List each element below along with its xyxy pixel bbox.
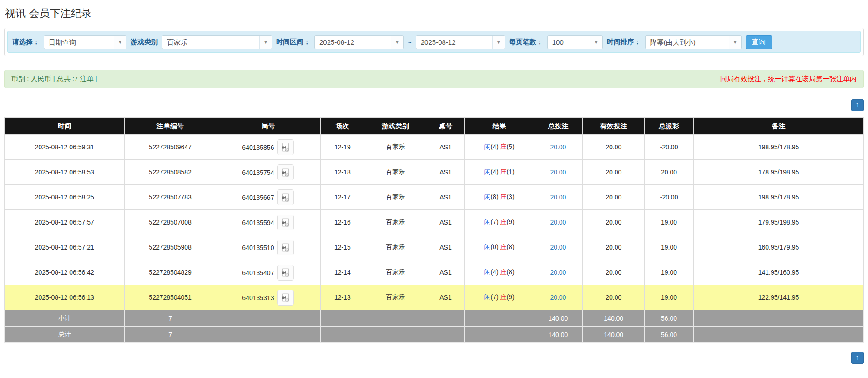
total-bet-link[interactable]: 20.00 (550, 294, 566, 301)
cell-payout: 20.00 (645, 160, 694, 185)
total-bet-link[interactable]: 20.00 (550, 219, 566, 226)
game-type-dropdown[interactable]: 百家乐 ▼ (162, 35, 272, 49)
video-replay-button[interactable] (277, 240, 294, 255)
video-replay-button[interactable] (277, 139, 294, 155)
range-separator: ~ (408, 38, 412, 46)
cell-table-no: AS1 (426, 285, 465, 310)
banker-result: 庄 (500, 293, 506, 301)
round-number: 640135667 (242, 194, 274, 201)
page-1-button[interactable]: 1 (851, 99, 864, 111)
player-result: 闲 (484, 218, 490, 225)
column-header: 注单编号 (125, 118, 216, 135)
cell-footer-payout: 56.00 (645, 327, 694, 343)
cell-session: 12-13 (321, 285, 364, 310)
column-header: 游戏类别 (364, 118, 426, 135)
query-type-dropdown[interactable]: 日期查询 ▼ (44, 35, 126, 49)
player-result: 闲 (484, 268, 490, 276)
subtotal-row: 小计7140.00140.0056.00 (5, 310, 864, 327)
cell-footer-label: 总计 (5, 327, 125, 343)
player-result: 闲 (484, 243, 490, 250)
query-type-value: 日期查询 (44, 36, 114, 49)
table-row: 2025-08-12 06:58:25522728507783640135667… (5, 185, 864, 210)
video-replay-button[interactable] (277, 164, 294, 180)
cell-payout: 19.00 (645, 260, 694, 285)
cell-remark: 141.95/160.95 (693, 260, 863, 285)
game-type-label: 游戏类别 (131, 38, 158, 46)
filter-bar: 请选择： 日期查询 ▼ 游戏类别 百家乐 ▼ 时间区间： 2025-08-12 … (7, 31, 861, 53)
column-header: 备注 (693, 118, 863, 135)
video-replay-button[interactable] (277, 290, 294, 306)
cell-total-bet: 20.00 (534, 210, 583, 235)
cell-footer-valid-bet: 140.00 (583, 327, 645, 343)
column-header: 场次 (321, 118, 364, 135)
player-count: (7) (490, 218, 500, 225)
betting-records-table: 时间注单编号局号场次游戏类别桌号结果总投注有效投注总派彩备注 2025-08-1… (4, 117, 864, 343)
column-header: 结果 (465, 118, 534, 135)
cell-session: 12-16 (321, 210, 364, 235)
column-header: 总派彩 (645, 118, 694, 135)
cell-payout: 19.00 (645, 210, 694, 235)
banker-count: (8) (506, 243, 514, 250)
round-number: 640135594 (242, 219, 274, 226)
cell-footer-count: 7 (125, 327, 216, 343)
cell-round-id: 640135856 (216, 135, 320, 160)
cell-result: 闲(4) 庄(5) (465, 135, 534, 160)
cell-game-type: 百家乐 (364, 210, 426, 235)
chevron-down-icon: ▼ (259, 36, 272, 49)
cell-payout: 19.00 (645, 235, 694, 260)
cell-total-bet: 20.00 (534, 135, 583, 160)
cell-result: 闲(7) 庄(9) (465, 285, 534, 310)
cell-time: 2025-08-12 06:58:53 (5, 160, 125, 185)
total-bet-link[interactable]: 20.00 (550, 169, 566, 176)
cell-time: 2025-08-12 06:57:57 (5, 210, 125, 235)
cell-empty (216, 327, 320, 343)
table-row: 2025-08-12 06:57:57522728507008640135594… (5, 210, 864, 235)
date-from-picker[interactable]: 2025-08-12 ▼ (314, 35, 404, 49)
page-1-button[interactable]: 1 (851, 352, 864, 364)
summary-alert: 币别 : 人民币 | 总共 :7 注单 | 同局有效投注，统一计算在该局第一张注… (4, 70, 864, 88)
banker-result: 庄 (500, 193, 506, 200)
column-header: 局号 (216, 118, 320, 135)
cell-valid-bet: 20.00 (583, 185, 645, 210)
cell-bet-id: 522728509647 (125, 135, 216, 160)
total-bet-link[interactable]: 20.00 (550, 143, 566, 151)
video-file-icon (281, 218, 290, 227)
cell-footer-payout: 56.00 (645, 310, 694, 327)
cell-total-bet: 20.00 (534, 260, 583, 285)
cell-table-no: AS1 (426, 260, 465, 285)
cell-game-type: 百家乐 (364, 260, 426, 285)
cell-result: 闲(7) 庄(9) (465, 210, 534, 235)
video-replay-button[interactable] (277, 215, 294, 230)
time-range-label: 时间区间： (276, 38, 310, 46)
date-to-value: 2025-08-12 (416, 36, 492, 49)
cell-remark: 179.95/198.95 (693, 210, 863, 235)
video-replay-button[interactable] (277, 189, 294, 205)
sort-order-label: 时间排序： (607, 38, 641, 46)
cell-game-type: 百家乐 (364, 285, 426, 310)
chevron-down-icon: ▼ (729, 36, 741, 49)
total-bet-link[interactable]: 20.00 (550, 194, 566, 201)
cell-empty (426, 327, 465, 343)
search-button[interactable]: 查询 (746, 35, 772, 49)
pagination-bottom: 1 (4, 352, 864, 364)
cell-total-bet: 20.00 (534, 160, 583, 185)
date-to-picker[interactable]: 2025-08-12 ▼ (416, 35, 505, 49)
banker-result: 庄 (500, 218, 506, 225)
total-bet-link[interactable]: 20.00 (550, 269, 566, 276)
cell-game-type: 百家乐 (364, 135, 426, 160)
total-bet-link[interactable]: 20.00 (550, 244, 566, 251)
cell-footer-total-bet: 140.00 (534, 310, 583, 327)
cell-session: 12-17 (321, 185, 364, 210)
cell-empty (364, 310, 426, 327)
cell-session: 12-14 (321, 260, 364, 285)
banker-count: (9) (506, 293, 514, 301)
cell-remark: 198.95/178.95 (693, 185, 863, 210)
sort-order-dropdown[interactable]: 降幂(由大到小) ▼ (645, 35, 742, 49)
cell-total-bet: 20.00 (534, 285, 583, 310)
cell-session: 12-19 (321, 135, 364, 160)
cell-valid-bet: 20.00 (583, 135, 645, 160)
page-size-dropdown[interactable]: 100 ▼ (547, 35, 603, 49)
filter-panel: 请选择： 日期查询 ▼ 游戏类别 百家乐 ▼ 时间区间： 2025-08-12 … (4, 28, 864, 56)
column-header: 总投注 (534, 118, 583, 135)
video-replay-button[interactable] (277, 265, 294, 281)
